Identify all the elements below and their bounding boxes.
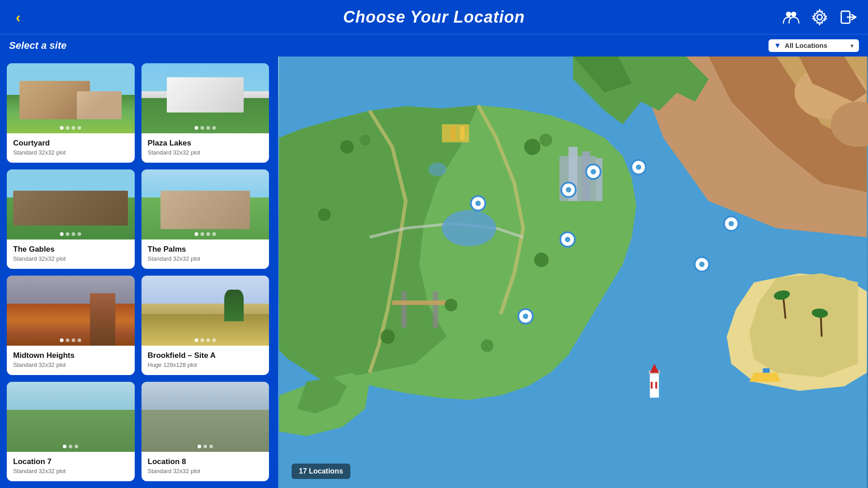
card-dot — [194, 338, 198, 342]
card-image — [7, 276, 135, 346]
location-card-the-gables[interactable]: The Gables Standard 32x32 plot — [7, 169, 135, 269]
svg-point-54 — [699, 262, 705, 267]
card-dot — [78, 126, 81, 130]
location-card-brookfield[interactable]: Brookfield – Site A Huge 128x128 plot — [142, 276, 269, 375]
svg-rect-24 — [651, 382, 653, 389]
pin-4 — [561, 232, 575, 247]
svg-rect-25 — [656, 382, 657, 389]
card-dots — [194, 126, 216, 130]
card-dots — [198, 445, 213, 448]
card-image-bg — [7, 276, 135, 346]
card-size: Standard 32x32 plot — [13, 255, 128, 262]
filter-icon: ▼ — [774, 42, 781, 50]
card-dot — [194, 232, 198, 236]
svg-point-52 — [523, 314, 528, 319]
card-image-bg — [142, 276, 269, 346]
card-info: The Gables Standard 32x32 plot — [7, 239, 135, 267]
card-dot — [198, 445, 201, 448]
location-card-the-palms[interactable]: The Palms Standard 32x32 plot — [142, 169, 269, 269]
svg-point-48 — [476, 201, 481, 206]
main-content: Courtyard Standard 32x32 plot Plaza Lake… — [0, 56, 868, 488]
svg-point-31 — [318, 208, 331, 221]
users-button[interactable] — [780, 6, 802, 28]
card-dot — [60, 126, 64, 130]
svg-rect-26 — [763, 368, 770, 373]
card-info: Location 7 Standard 32x32 plot — [7, 452, 135, 480]
svg-point-34 — [381, 329, 395, 344]
select-site-label: Select a site — [9, 40, 66, 52]
svg-point-46 — [565, 237, 571, 242]
card-name: Brookfield – Site A — [148, 351, 263, 360]
svg-point-2 — [786, 11, 791, 16]
filter-dropdown-inner: ▼ All Locations — [774, 42, 827, 50]
pin-5 — [471, 196, 486, 211]
card-image-bg — [142, 169, 269, 239]
svg-point-44 — [566, 187, 571, 192]
card-dot — [200, 232, 204, 236]
card-image — [142, 276, 269, 346]
card-dot — [66, 232, 70, 236]
card-name: Location 7 — [13, 457, 128, 466]
svg-point-35 — [481, 339, 494, 352]
pin-2 — [632, 160, 646, 174]
card-dot — [209, 445, 213, 448]
svg-point-32 — [534, 253, 549, 267]
svg-point-42 — [636, 164, 642, 170]
card-image — [142, 169, 269, 239]
card-dots — [194, 338, 216, 342]
card-dots — [60, 338, 81, 342]
svg-point-50 — [729, 221, 734, 226]
card-size: Standard 32x32 plot — [13, 149, 128, 156]
card-dot — [200, 338, 204, 342]
svg-point-30 — [540, 134, 552, 146]
svg-rect-38 — [460, 127, 465, 140]
card-dots — [63, 445, 78, 448]
gear-icon — [811, 9, 828, 26]
pin-7 — [519, 309, 533, 324]
svg-point-3 — [817, 14, 822, 19]
sub-header: Select a site ▼ All Locations ▾ — [0, 34, 868, 56]
users-icon — [783, 9, 800, 26]
card-name: Courtyard — [13, 139, 128, 148]
svg-point-33 — [445, 299, 458, 311]
card-dot — [212, 338, 216, 342]
location-card-courtyard[interactable]: Courtyard Standard 32x32 plot — [7, 63, 135, 163]
card-dot — [66, 126, 70, 130]
card-dot — [212, 126, 216, 130]
card-image-bg — [7, 169, 135, 239]
location-card-extra1[interactable]: Location 7 Standard 32x32 plot — [7, 382, 135, 481]
card-size: Standard 32x32 plot — [148, 468, 263, 474]
filter-dropdown[interactable]: ▼ All Locations ▾ — [769, 39, 859, 52]
cards-container: Courtyard Standard 32x32 plot Plaza Lake… — [7, 63, 271, 481]
card-dot — [60, 232, 64, 236]
location-card-extra2[interactable]: Location 8 Standard 32x32 plot — [142, 382, 269, 481]
location-card-plaza-lakes[interactable]: Plaza Lakes Standard 32x32 plot — [142, 63, 269, 163]
card-dot — [75, 445, 78, 448]
card-dot — [206, 338, 210, 342]
card-dots — [194, 232, 216, 236]
card-dot — [212, 232, 216, 236]
pin-1 — [586, 164, 601, 179]
card-info: Brookfield – Site A Huge 128x128 plot — [142, 346, 269, 374]
card-image-bg — [7, 63, 135, 133]
card-image-bg — [7, 382, 135, 452]
svg-point-27 — [340, 140, 354, 154]
card-info: Location 8 Standard 32x32 plot — [142, 452, 269, 480]
svg-point-40 — [591, 169, 596, 174]
svg-point-17 — [429, 163, 447, 176]
card-info: The Palms Standard 32x32 plot — [142, 239, 269, 267]
header-left: ‹ — [9, 8, 27, 26]
card-dot — [69, 445, 72, 448]
card-image — [142, 63, 269, 133]
left-panel: Courtyard Standard 32x32 plot Plaza Lake… — [0, 56, 278, 488]
location-card-midtown-heights[interactable]: Midtown Heights Standard 32x32 plot — [7, 276, 135, 375]
settings-button[interactable] — [809, 6, 830, 28]
map-background: 17 Locations — [278, 56, 868, 488]
card-size: Standard 32x32 plot — [13, 361, 128, 368]
logout-button[interactable] — [837, 6, 859, 28]
card-dot — [72, 338, 75, 342]
back-button[interactable]: ‹ — [9, 8, 27, 26]
pin-3 — [561, 183, 576, 197]
card-image — [7, 169, 135, 239]
svg-point-1 — [791, 11, 796, 16]
